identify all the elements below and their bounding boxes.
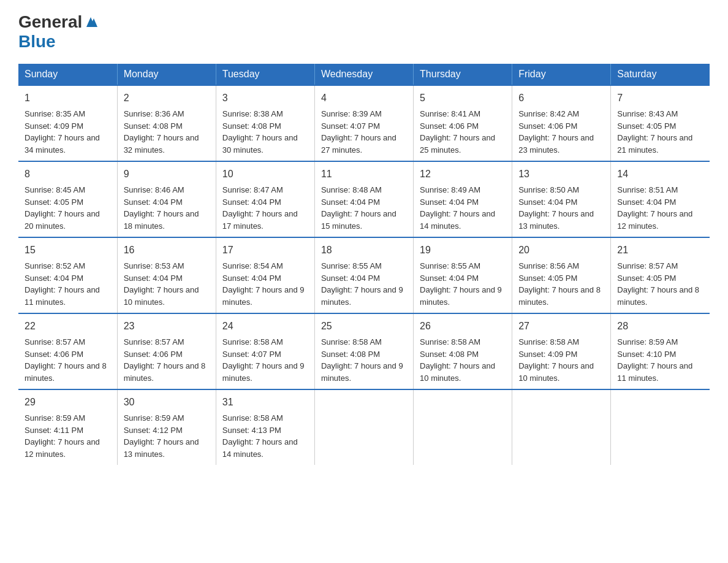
day-daylight: Daylight: 7 hours and 9 minutes.: [321, 285, 403, 307]
day-daylight: Daylight: 7 hours and 34 minutes.: [25, 133, 100, 155]
day-daylight: Daylight: 7 hours and 21 minutes.: [617, 133, 692, 155]
day-number: 19: [420, 243, 506, 258]
day-sunrise: Sunrise: 8:47 AM: [222, 185, 283, 194]
day-sunrise: Sunrise: 8:53 AM: [124, 261, 184, 270]
day-sunrise: Sunrise: 8:59 AM: [25, 413, 85, 423]
day-daylight: Daylight: 7 hours and 8 minutes.: [25, 361, 107, 383]
day-sunrise: Sunrise: 8:57 AM: [25, 337, 85, 347]
day-daylight: Daylight: 7 hours and 18 minutes.: [124, 209, 199, 231]
calendar-cell: 5Sunrise: 8:41 AMSunset: 4:06 PMDaylight…: [414, 85, 512, 161]
calendar-cell: 16Sunrise: 8:53 AMSunset: 4:04 PMDayligh…: [117, 237, 216, 313]
day-number: 20: [518, 243, 604, 258]
week-row-5: 29Sunrise: 8:59 AMSunset: 4:11 PMDayligh…: [18, 389, 710, 465]
calendar-cell: [314, 389, 413, 465]
day-sunrise: Sunrise: 8:43 AM: [617, 109, 678, 118]
day-header-thursday: Thursday: [414, 64, 512, 85]
day-number: 9: [124, 167, 210, 182]
day-sunset: Sunset: 4:08 PM: [124, 121, 183, 131]
day-daylight: Daylight: 7 hours and 32 minutes.: [124, 133, 199, 155]
day-sunset: Sunset: 4:04 PM: [420, 274, 479, 283]
week-row-3: 15Sunrise: 8:52 AMSunset: 4:04 PMDayligh…: [18, 237, 710, 313]
day-sunrise: Sunrise: 8:59 AM: [124, 413, 184, 423]
day-sunset: Sunset: 4:12 PM: [124, 426, 183, 435]
day-header-saturday: Saturday: [611, 64, 710, 85]
day-daylight: Daylight: 7 hours and 11 minutes.: [25, 285, 100, 307]
day-sunset: Sunset: 4:04 PM: [321, 197, 380, 207]
day-sunset: Sunset: 4:04 PM: [321, 274, 380, 283]
day-daylight: Daylight: 7 hours and 13 minutes.: [518, 209, 594, 231]
week-row-1: 1Sunrise: 8:35 AMSunset: 4:09 PMDaylight…: [18, 85, 710, 161]
day-sunrise: Sunrise: 8:57 AM: [617, 261, 678, 270]
day-sunrise: Sunrise: 8:36 AM: [124, 109, 184, 118]
day-number: 16: [124, 243, 210, 258]
day-number: 15: [25, 243, 111, 258]
day-sunrise: Sunrise: 8:55 AM: [321, 261, 382, 270]
day-number: 23: [124, 319, 210, 334]
day-header-monday: Monday: [117, 64, 216, 85]
day-sunset: Sunset: 4:05 PM: [617, 274, 676, 283]
day-sunrise: Sunrise: 8:59 AM: [617, 337, 678, 347]
day-number: 4: [321, 91, 407, 105]
calendar-cell: 11Sunrise: 8:48 AMSunset: 4:04 PMDayligh…: [314, 161, 413, 237]
day-sunset: Sunset: 4:04 PM: [222, 197, 281, 207]
calendar-cell: 9Sunrise: 8:46 AMSunset: 4:04 PMDaylight…: [117, 161, 216, 237]
day-number: 13: [518, 167, 604, 182]
calendar-cell: 12Sunrise: 8:49 AMSunset: 4:04 PMDayligh…: [414, 161, 512, 237]
logo-general-text: General: [18, 12, 82, 32]
week-row-2: 8Sunrise: 8:45 AMSunset: 4:05 PMDaylight…: [18, 161, 710, 237]
day-sunrise: Sunrise: 8:58 AM: [222, 337, 283, 347]
calendar-cell: 27Sunrise: 8:58 AMSunset: 4:09 PMDayligh…: [512, 313, 611, 389]
day-daylight: Daylight: 7 hours and 13 minutes.: [124, 437, 199, 459]
day-sunrise: Sunrise: 8:50 AM: [518, 185, 579, 194]
day-sunrise: Sunrise: 8:49 AM: [420, 185, 480, 194]
day-daylight: Daylight: 7 hours and 12 minutes.: [617, 209, 692, 231]
calendar-cell: 25Sunrise: 8:58 AMSunset: 4:08 PMDayligh…: [314, 313, 413, 389]
day-daylight: Daylight: 7 hours and 12 minutes.: [25, 437, 100, 459]
day-number: 11: [321, 167, 407, 182]
calendar-cell: 10Sunrise: 8:47 AMSunset: 4:04 PMDayligh…: [216, 161, 314, 237]
day-number: 12: [420, 167, 506, 182]
day-sunset: Sunset: 4:06 PM: [518, 121, 577, 131]
calendar-cell: 30Sunrise: 8:59 AMSunset: 4:12 PMDayligh…: [117, 389, 216, 465]
day-number: 28: [617, 319, 703, 334]
day-number: 10: [222, 167, 308, 182]
calendar-cell: 17Sunrise: 8:54 AMSunset: 4:04 PMDayligh…: [216, 237, 314, 313]
day-number: 3: [222, 91, 308, 105]
calendar-cell: [414, 389, 512, 465]
calendar-cell: 4Sunrise: 8:39 AMSunset: 4:07 PMDaylight…: [314, 85, 413, 161]
calendar-cell: 26Sunrise: 8:58 AMSunset: 4:08 PMDayligh…: [414, 313, 512, 389]
day-daylight: Daylight: 7 hours and 14 minutes.: [420, 209, 495, 231]
day-sunrise: Sunrise: 8:56 AM: [518, 261, 579, 270]
calendar-cell: 28Sunrise: 8:59 AMSunset: 4:10 PMDayligh…: [611, 313, 710, 389]
day-sunset: Sunset: 4:09 PM: [25, 121, 83, 131]
day-number: 1: [25, 91, 111, 105]
day-daylight: Daylight: 7 hours and 9 minutes.: [222, 361, 305, 383]
day-sunrise: Sunrise: 8:48 AM: [321, 185, 382, 194]
calendar-cell: 2Sunrise: 8:36 AMSunset: 4:08 PMDaylight…: [117, 85, 216, 161]
calendar-header-row: SundayMondayTuesdayWednesdayThursdayFrid…: [18, 64, 710, 85]
day-number: 2: [124, 91, 210, 105]
day-sunrise: Sunrise: 8:58 AM: [321, 337, 382, 347]
day-number: 5: [420, 91, 506, 105]
calendar-cell: 23Sunrise: 8:57 AMSunset: 4:06 PMDayligh…: [117, 313, 216, 389]
calendar-cell: 31Sunrise: 8:58 AMSunset: 4:13 PMDayligh…: [216, 389, 314, 465]
day-sunset: Sunset: 4:05 PM: [617, 121, 676, 131]
calendar-cell: 19Sunrise: 8:55 AMSunset: 4:04 PMDayligh…: [414, 237, 512, 313]
calendar-cell: [611, 389, 710, 465]
day-sunrise: Sunrise: 8:55 AM: [420, 261, 480, 270]
day-daylight: Daylight: 7 hours and 9 minutes.: [321, 361, 403, 383]
day-daylight: Daylight: 7 hours and 8 minutes.: [518, 285, 601, 307]
day-header-friday: Friday: [512, 64, 611, 85]
day-daylight: Daylight: 7 hours and 9 minutes.: [420, 285, 502, 307]
day-sunrise: Sunrise: 8:57 AM: [124, 337, 184, 347]
day-number: 27: [518, 319, 604, 334]
day-sunrise: Sunrise: 8:42 AM: [518, 109, 579, 118]
day-daylight: Daylight: 7 hours and 9 minutes.: [222, 285, 305, 307]
day-sunrise: Sunrise: 8:35 AM: [25, 109, 85, 118]
day-number: 29: [25, 395, 111, 410]
calendar-table: SundayMondayTuesdayWednesdayThursdayFrid…: [18, 64, 710, 465]
day-sunset: Sunset: 4:04 PM: [617, 197, 676, 207]
day-sunrise: Sunrise: 8:58 AM: [222, 413, 283, 423]
calendar-cell: 7Sunrise: 8:43 AMSunset: 4:05 PMDaylight…: [611, 85, 710, 161]
day-daylight: Daylight: 7 hours and 11 minutes.: [617, 361, 692, 383]
